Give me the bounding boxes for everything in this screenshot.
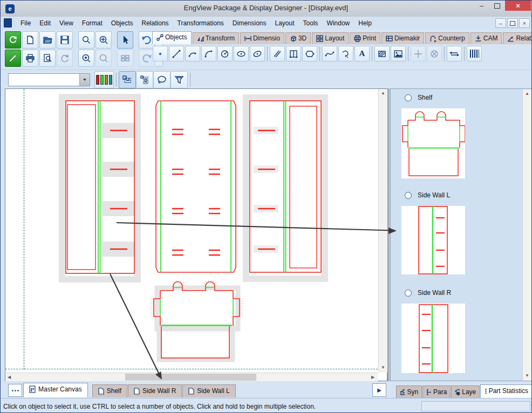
zoom-out-button[interactable]	[96, 50, 112, 67]
canvas-vertical-scrollbar[interactable]: ▲ ▼	[378, 89, 387, 373]
menu-file[interactable]: File	[16, 18, 35, 28]
menu-window[interactable]: Window	[323, 18, 354, 28]
style-combobox[interactable]	[8, 73, 90, 86]
menu-tools[interactable]: Tools	[299, 18, 323, 28]
zoom-selection-button[interactable]	[78, 50, 94, 67]
menu-view[interactable]: View	[55, 18, 78, 28]
panel-tab-parameters[interactable]: Para	[422, 386, 451, 398]
radio-shelf[interactable]	[405, 94, 412, 101]
print-button[interactable]	[22, 50, 38, 67]
ribbon-tab-dimension[interactable]: Dimensio	[240, 32, 284, 44]
scroll-down-icon[interactable]: ▼	[381, 365, 385, 370]
hscroll-thumb[interactable]	[125, 374, 256, 381]
select-touching-button[interactable]	[119, 71, 136, 88]
ribbon-tab-transform[interactable]: Transform	[193, 32, 239, 44]
close-button[interactable]: ×	[505, 1, 531, 11]
ribbon-tab-print[interactable]: Print	[350, 32, 380, 44]
ribbon-tab-cam[interactable]: CAM	[470, 32, 502, 44]
freehand-tool[interactable]	[338, 46, 353, 61]
application-window: e EngView Package & Display Designer - […	[0, 0, 532, 413]
ribbon-tab-objects[interactable]: Objects	[152, 31, 192, 44]
polygon-tool[interactable]	[302, 46, 317, 61]
select-inside-button[interactable]	[136, 71, 153, 88]
tab-next-button[interactable]: ▶	[372, 383, 386, 397]
part-row-shelf[interactable]: Shelf	[405, 94, 432, 101]
panel-scrollbar[interactable]: ▲ ▼	[522, 90, 531, 381]
line-tool[interactable]	[169, 46, 184, 61]
ellipse-tool[interactable]	[234, 46, 249, 61]
canvas-horizontal-scrollbar[interactable]: ◀ ▶	[5, 373, 378, 381]
rectangle-tool[interactable]	[286, 46, 301, 61]
double-arrow-tool[interactable]	[447, 46, 462, 61]
menu-transformations[interactable]: Transformations	[173, 18, 228, 28]
ribbon-tab-counterpart[interactable]: Counterp	[425, 32, 469, 44]
scroll-up-icon[interactable]: ▲	[381, 91, 385, 95]
scroll-down-icon[interactable]: ▼	[525, 373, 529, 378]
parallel-line-tool[interactable]	[270, 46, 285, 61]
panel-tab-synchronize[interactable]: Syn	[396, 386, 422, 398]
thumbnail-side-wall-l[interactable]	[401, 206, 465, 274]
maximize-button[interactable]	[489, 1, 505, 11]
menu-help[interactable]: Help	[354, 18, 376, 28]
menu-layout[interactable]: Layout	[271, 18, 299, 28]
select-tool-button[interactable]	[117, 31, 133, 49]
ribbon-tab-3d[interactable]: 3D	[285, 32, 311, 44]
point-tool[interactable]	[153, 46, 168, 61]
scroll-up-icon[interactable]: ▲	[525, 91, 529, 96]
panel-tab-part-statistics[interactable]: Part Statistics	[480, 384, 532, 398]
scroll-left-icon[interactable]: ◀	[8, 375, 11, 380]
tab-overflow-button[interactable]	[8, 384, 22, 397]
arc-tool[interactable]	[185, 46, 200, 61]
menu-format[interactable]: Format	[78, 18, 107, 28]
lasso-select-button[interactable]	[153, 71, 170, 88]
open-button[interactable]	[39, 31, 56, 49]
zoom-extents-button[interactable]	[96, 31, 112, 49]
tab-master-canvas[interactable]: Master Canvas	[23, 383, 88, 397]
filter-button[interactable]	[170, 71, 188, 88]
line-styles-button[interactable]	[94, 71, 114, 88]
radio-side-wall-r[interactable]	[405, 290, 412, 297]
barcode-tool[interactable]	[467, 46, 482, 61]
menu-edit[interactable]: Edit	[35, 18, 55, 28]
part-row-side-wall-r[interactable]: Side Wall R	[405, 289, 451, 297]
menu-dimensions[interactable]: Dimensions	[228, 18, 271, 28]
master-canvas[interactable]	[5, 89, 378, 373]
status-text: Click on object to select it, use CTRL t…	[3, 403, 316, 410]
minimize-button[interactable]: –	[474, 1, 489, 11]
radio-side-wall-l[interactable]	[405, 192, 412, 199]
print-preview-button[interactable]	[39, 50, 56, 67]
circle-tool[interactable]	[217, 46, 233, 61]
part-row-side-wall-l[interactable]: Side Wall L	[405, 191, 450, 199]
image-tool[interactable]	[391, 46, 406, 61]
rotated-ellipse-tool[interactable]	[250, 46, 265, 61]
tab-shelf[interactable]: Shelf	[92, 384, 127, 397]
tab-side-wall-l[interactable]: Side Wall L	[182, 384, 235, 397]
new-document-button[interactable]	[22, 31, 38, 49]
combo-dropdown-button[interactable]	[79, 74, 90, 86]
arc-fillet-tool[interactable]	[201, 46, 216, 61]
mdi-close-button[interactable]: ×	[519, 18, 530, 28]
scroll-right-icon[interactable]: ▶	[371, 375, 374, 380]
edit-mode-button[interactable]	[5, 50, 21, 67]
mdi-restore-button[interactable]	[507, 18, 518, 28]
grid-button[interactable]	[117, 50, 133, 67]
text-tool[interactable]: A	[354, 46, 370, 61]
hatch-tool[interactable]	[374, 46, 390, 61]
thumbnail-side-wall-r[interactable]	[401, 304, 465, 373]
mdi-minimize-button[interactable]: –	[495, 18, 506, 28]
crosshair-tool[interactable]	[411, 46, 426, 61]
menu-relations[interactable]: Relations	[138, 18, 173, 28]
save-button[interactable]	[57, 31, 73, 49]
spline-tool[interactable]	[322, 46, 337, 61]
ribbon-tab-relations[interactable]: Relations	[503, 32, 532, 44]
ribbon-tab-layout[interactable]: Layout	[312, 32, 349, 44]
panel-tab-layers[interactable]: Laye	[451, 386, 480, 398]
menu-objects[interactable]: Objects	[107, 18, 138, 28]
tab-side-wall-r[interactable]: Side Wall R	[128, 384, 182, 397]
circle-cross-tool[interactable]	[427, 46, 442, 61]
zoom-button[interactable]	[78, 31, 94, 49]
ribbon-tab-diemaking[interactable]: Diemakir	[381, 32, 424, 44]
refresh-button[interactable]	[57, 50, 73, 67]
thumbnail-shelf[interactable]	[401, 108, 465, 178]
engview-home-button[interactable]	[5, 31, 21, 49]
